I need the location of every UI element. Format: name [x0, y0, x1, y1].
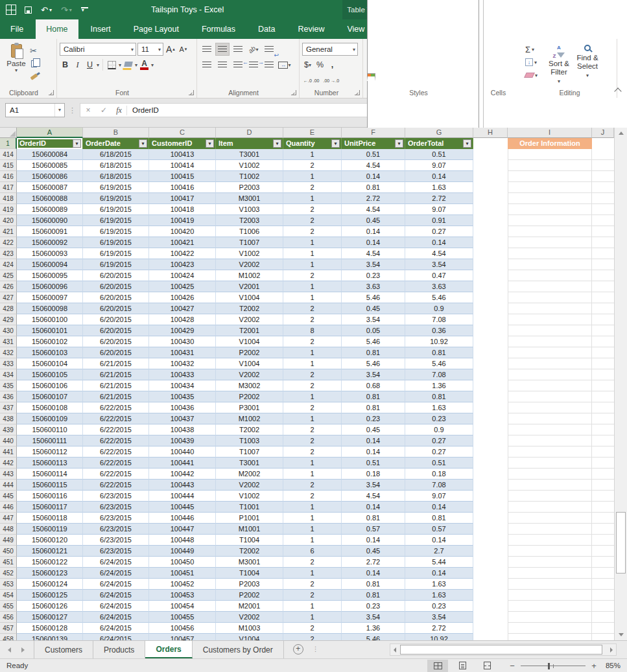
cell[interactable]	[592, 391, 614, 402]
cell[interactable]	[508, 435, 592, 446]
cell[interactable]	[592, 446, 614, 458]
scroll-up-arrow[interactable]	[615, 128, 627, 139]
cell[interactable]: 6/19/2015	[83, 226, 149, 237]
zoom-level[interactable]: 85%	[602, 662, 621, 669]
cell[interactable]: 100430	[149, 336, 216, 347]
autosum-button[interactable]: Σ▾	[525, 43, 545, 56]
cell[interactable]: 6/23/2015	[83, 502, 149, 513]
cell[interactable]: 2	[283, 160, 342, 171]
comma-style-button[interactable]: ,	[327, 59, 338, 71]
cell[interactable]	[592, 149, 614, 160]
cell[interactable]: 2	[283, 270, 342, 281]
cell[interactable]: 150600107	[17, 391, 83, 402]
cell[interactable]: 3.54	[342, 480, 405, 491]
cell[interactable]: 6/19/2015	[83, 237, 149, 248]
cell[interactable]: 6/21/2015	[83, 358, 149, 369]
cell[interactable]: 6/24/2015	[83, 579, 149, 590]
cell[interactable]: 1	[283, 292, 342, 303]
cell[interactable]	[508, 634, 592, 640]
cell[interactable]: 0.05	[342, 325, 405, 336]
cell[interactable]: 6/19/2015	[83, 248, 149, 259]
cell[interactable]: 6/24/2015	[83, 634, 149, 640]
cell[interactable]: M1002	[216, 413, 283, 424]
cell[interactable]	[473, 369, 508, 380]
insert-function-button[interactable]: fx	[112, 106, 127, 115]
column-header-C[interactable]: C	[149, 128, 216, 138]
zoom-in-button[interactable]: +	[591, 661, 597, 671]
cell[interactable]: V2002	[216, 369, 283, 380]
cell[interactable]: 0.14	[405, 568, 473, 579]
cell[interactable]: 1	[283, 413, 342, 424]
cell[interactable]: 7.08	[405, 369, 473, 380]
scroll-right-arrow[interactable]	[607, 647, 616, 653]
cell[interactable]: 0.81	[342, 347, 405, 358]
cell[interactable]: 150600089	[17, 204, 83, 215]
row-header-434[interactable]: 434	[0, 369, 17, 380]
cell[interactable]: T3001	[216, 149, 283, 160]
cell[interactable]: 2	[283, 491, 342, 502]
cell[interactable]: 6/20/2015	[83, 281, 149, 292]
cell[interactable]: 0.23	[342, 413, 405, 424]
fill-button[interactable]: ↓▾	[525, 56, 545, 69]
cell[interactable]	[473, 502, 508, 513]
cell[interactable]: 0.81	[405, 391, 473, 402]
cell[interactable]: 3.54	[342, 259, 405, 270]
format-as-table-button[interactable]: Format as Table ▾	[366, 56, 473, 70]
cell[interactable]: 2	[283, 424, 342, 435]
cancel-button[interactable]: ×	[80, 106, 96, 115]
borders-button[interactable]	[106, 59, 117, 71]
cell[interactable]: 100454	[149, 601, 216, 612]
cell[interactable]: 3.63	[405, 281, 473, 292]
row-header-453[interactable]: 453	[0, 579, 17, 590]
order-information-header[interactable]: Order Information	[508, 138, 592, 149]
cell[interactable]: M3001	[216, 557, 283, 568]
tab-splitter[interactable]: ⋮	[313, 645, 319, 658]
cell[interactable]: T1007	[216, 446, 283, 458]
cell[interactable]	[592, 325, 614, 336]
cell[interactable]: V1002	[216, 491, 283, 502]
cell[interactable]: 100450	[149, 557, 216, 568]
cell[interactable]: 100413	[149, 149, 216, 160]
cell[interactable]: 100421	[149, 237, 216, 248]
cell[interactable]: 100424	[149, 270, 216, 281]
cell[interactable]: 5.46	[405, 292, 473, 303]
cell[interactable]	[592, 226, 614, 237]
row-header-440[interactable]: 440	[0, 435, 17, 446]
font-color-caret-icon[interactable]: ▾	[151, 62, 154, 68]
cell[interactable]: 0.81	[342, 513, 405, 524]
cell[interactable]	[508, 491, 592, 502]
cell[interactable]: 100453	[149, 590, 216, 601]
cell[interactable]: 100420	[149, 226, 216, 237]
cell[interactable]: 2	[283, 182, 342, 193]
row-header-414[interactable]: 414	[0, 149, 17, 160]
cell[interactable]: 100433	[149, 369, 216, 380]
cell[interactable]: 6/21/2015	[83, 391, 149, 402]
cell[interactable]: 0.47	[405, 270, 473, 281]
cell[interactable]: T1004	[216, 568, 283, 579]
cell[interactable]	[592, 303, 614, 314]
cell[interactable]: 150600120	[17, 535, 83, 546]
row-header-423[interactable]: 423	[0, 248, 17, 259]
cell[interactable]: 150600090	[17, 215, 83, 226]
select-all-button[interactable]	[0, 128, 17, 138]
tab-data[interactable]: Data	[248, 19, 285, 39]
cell[interactable]	[508, 226, 592, 237]
cell[interactable]	[473, 623, 508, 634]
cell[interactable]: 100446	[149, 513, 216, 524]
cell[interactable]: 150600128	[17, 623, 83, 634]
tab-review[interactable]: Review	[287, 19, 335, 39]
filter-dropdown-icon[interactable]	[73, 139, 81, 148]
cell[interactable]: 10.92	[405, 634, 473, 640]
percent-style-button[interactable]: %	[314, 59, 325, 71]
cell[interactable]	[508, 303, 592, 314]
cell[interactable]: 0.36	[405, 325, 473, 336]
cell[interactable]: 150600094	[17, 259, 83, 270]
row-header-419[interactable]: 419	[0, 204, 17, 215]
cell[interactable]	[508, 480, 592, 491]
cell[interactable]	[508, 347, 592, 358]
cell[interactable]: 2.72	[405, 193, 473, 204]
table-header-quantity[interactable]: Quantity	[283, 138, 342, 149]
redo-button[interactable]: ↷▾	[58, 0, 75, 19]
number-format-combobox[interactable]: General▾	[302, 43, 358, 56]
cell[interactable]: 1.63	[405, 182, 473, 193]
